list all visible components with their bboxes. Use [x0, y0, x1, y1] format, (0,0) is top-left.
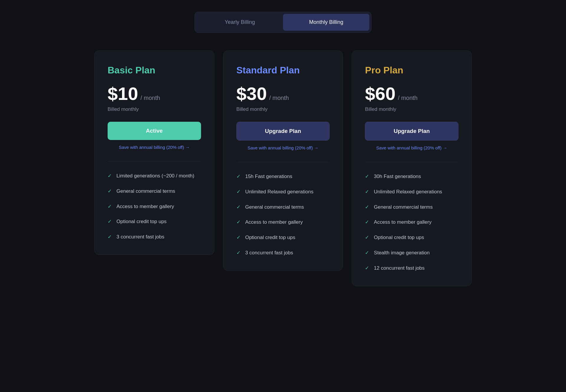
check-icon: ✓ [108, 218, 112, 225]
billing-toggle: Yearly Billing Monthly Billing [195, 12, 371, 33]
check-icon: ✓ [365, 189, 369, 195]
check-icon: ✓ [236, 204, 241, 210]
feature-text: General commercial terms [245, 204, 304, 211]
feature-text: Access to member gallery [116, 203, 174, 210]
cta-button-basic[interactable]: Active [108, 122, 201, 140]
plan-card-standard: Standard Plan $30 / month Billed monthly… [223, 50, 343, 271]
divider-pro [365, 162, 458, 162]
feature-text: Optional credit top ups [245, 234, 295, 241]
save-link-standard[interactable]: Save with annual billing (20% off) → [236, 145, 330, 150]
feature-item: ✓ Optional credit top ups [365, 234, 458, 241]
check-icon: ✓ [108, 234, 112, 240]
check-icon: ✓ [236, 173, 241, 179]
monthly-billing-option[interactable]: Monthly Billing [283, 14, 369, 31]
feature-text: General commercial terms [116, 188, 175, 195]
plan-card-pro: Pro Plan $60 / month Billed monthly Upgr… [352, 50, 472, 286]
feature-list-pro: ✓ 30h Fast generations ✓ Unlimited Relax… [365, 173, 458, 272]
feature-text: Limited generations (~200 / month) [116, 172, 194, 179]
yearly-billing-option[interactable]: Yearly Billing [197, 14, 283, 31]
plan-title-pro: Pro Plan [365, 65, 458, 76]
check-icon: ✓ [108, 188, 112, 194]
feature-text: Access to member gallery [374, 219, 432, 226]
feature-text: Stealth image generation [374, 249, 430, 256]
feature-item: ✓ Access to member gallery [365, 219, 458, 226]
billed-label-standard: Billed monthly [236, 106, 330, 112]
plans-container: Basic Plan $10 / month Billed monthly Ac… [94, 50, 472, 286]
check-icon: ✓ [365, 234, 369, 241]
feature-text: Access to member gallery [245, 219, 303, 226]
plan-title-standard: Standard Plan [236, 65, 330, 76]
cta-button-standard[interactable]: Upgrade Plan [236, 122, 330, 141]
check-icon: ✓ [236, 219, 241, 225]
price-amount-pro: $60 [365, 85, 395, 103]
feature-item: ✓ 3 concurrent fast jobs [108, 233, 201, 241]
check-icon: ✓ [365, 204, 369, 210]
feature-item: ✓ General commercial terms [365, 204, 458, 211]
price-row-basic: $10 / month [108, 85, 201, 103]
plan-card-basic: Basic Plan $10 / month Billed monthly Ac… [94, 50, 214, 255]
feature-item: ✓ Limited generations (~200 / month) [108, 172, 201, 179]
feature-item: ✓ 15h Fast generations [236, 173, 330, 180]
feature-item: ✓ General commercial terms [108, 188, 201, 195]
divider-basic [108, 162, 201, 162]
feature-text: Optional credit top ups [116, 218, 167, 225]
check-icon: ✓ [365, 250, 369, 256]
feature-item: ✓ Optional credit top ups [236, 234, 330, 241]
feature-text: 15h Fast generations [245, 173, 292, 180]
check-icon: ✓ [108, 173, 112, 179]
price-row-pro: $60 / month [365, 85, 458, 103]
price-amount-basic: $10 [108, 85, 138, 103]
feature-item: ✓ 30h Fast generations [365, 173, 458, 180]
feature-item: ✓ Unlimited Relaxed generations [365, 188, 458, 195]
price-period-basic: / month [140, 95, 160, 101]
billed-label-pro: Billed monthly [365, 106, 458, 112]
price-row-standard: $30 / month [236, 85, 330, 103]
feature-item: ✓ Stealth image generation [365, 249, 458, 256]
cta-button-pro[interactable]: Upgrade Plan [365, 122, 458, 141]
feature-text: Unlimited Relaxed generations [374, 188, 442, 195]
feature-list-basic: ✓ Limited generations (~200 / month) ✓ G… [108, 172, 201, 241]
feature-item: ✓ Access to member gallery [236, 219, 330, 226]
feature-item: ✓ 12 concurrent fast jobs [365, 265, 458, 272]
feature-item: ✓ Access to member gallery [108, 203, 201, 210]
divider-standard [236, 162, 330, 162]
save-link-pro[interactable]: Save with annual billing (20% off) → [365, 145, 458, 150]
feature-text: Unlimited Relaxed generations [245, 188, 314, 195]
check-icon: ✓ [365, 173, 369, 179]
feature-text: 30h Fast generations [374, 173, 421, 180]
plan-title-basic: Basic Plan [108, 65, 201, 76]
feature-text: Optional credit top ups [374, 234, 424, 241]
feature-list-standard: ✓ 15h Fast generations ✓ Unlimited Relax… [236, 173, 330, 256]
feature-item: ✓ 3 concurrent fast jobs [236, 249, 330, 256]
billed-label-basic: Billed monthly [108, 106, 201, 112]
check-icon: ✓ [365, 219, 369, 225]
price-amount-standard: $30 [236, 85, 267, 103]
feature-text: 3 concurrent fast jobs [116, 233, 164, 241]
check-icon: ✓ [236, 250, 241, 256]
price-period-pro: / month [398, 95, 418, 101]
feature-text: General commercial terms [374, 204, 432, 211]
feature-text: 3 concurrent fast jobs [245, 249, 293, 256]
price-period-standard: / month [269, 95, 289, 101]
check-icon: ✓ [365, 265, 369, 271]
feature-item: ✓ Unlimited Relaxed generations [236, 188, 330, 195]
check-icon: ✓ [236, 189, 241, 195]
check-icon: ✓ [108, 203, 112, 210]
feature-item: ✓ Optional credit top ups [108, 218, 201, 225]
save-link-basic[interactable]: Save with annual billing (20% off) → [108, 145, 201, 150]
feature-item: ✓ General commercial terms [236, 204, 330, 211]
check-icon: ✓ [236, 234, 241, 241]
feature-text: 12 concurrent fast jobs [374, 265, 424, 272]
